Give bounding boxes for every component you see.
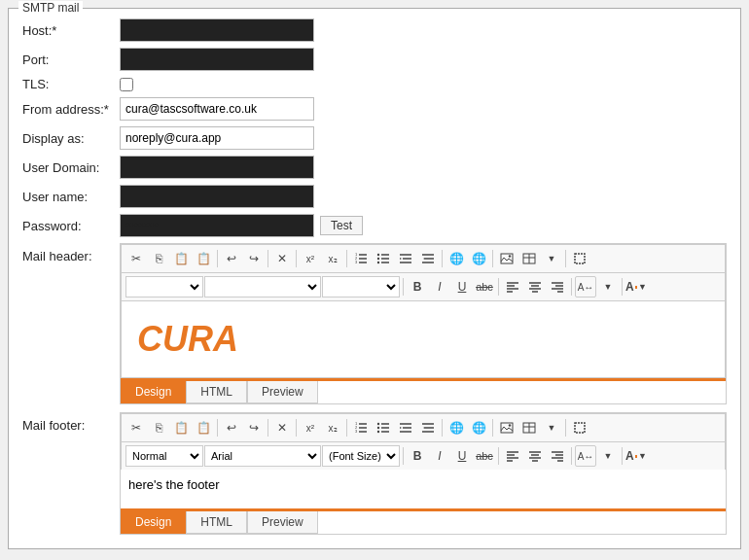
mail-footer-tab-html[interactable]: HTML [186, 511, 247, 534]
font-color-btn[interactable]: A ▼ [625, 276, 647, 298]
svg-point-47 [377, 423, 379, 425]
ul-btn[interactable] [373, 248, 394, 269]
image-btn[interactable] [496, 248, 517, 269]
port-label: Port: [22, 52, 120, 67]
footer-font-style-select[interactable]: Normal Heading 1 Heading 2 [125, 445, 203, 467]
underline-btn[interactable]: U [451, 276, 473, 298]
undo-btn[interactable]: ↩ [221, 248, 242, 269]
indent-btn[interactable] [395, 248, 416, 269]
footer-cut-btn[interactable]: ✂ [125, 417, 147, 438]
footer-copy-btn[interactable]: ⎘ [148, 417, 169, 438]
copy-btn[interactable]: ⎘ [148, 248, 169, 269]
footer-paste-btn[interactable]: 📋 [170, 417, 192, 438]
sep5 [442, 250, 443, 267]
redo-btn[interactable]: ↪ [243, 248, 265, 269]
display-as-input[interactable] [120, 126, 314, 150]
mail-footer-label: Mail footer: [22, 412, 120, 433]
user-domain-row: User Domain: [22, 156, 727, 179]
footer-font-size-select[interactable]: (Font Size) 8pt 10pt 12pt [322, 445, 400, 467]
tls-checkbox[interactable] [120, 78, 133, 91]
fsep10 [571, 447, 572, 465]
footer-table-dd-btn[interactable]: ▼ [541, 417, 562, 438]
sep9 [498, 278, 499, 296]
mail-header-row: Mail header: ✂ ⎘ 📋 📋 ↩ ↪ ✕ x² x₂ 123 [22, 243, 727, 404]
paste-special-btn[interactable]: 📋 [193, 248, 214, 269]
footer-frame-btn[interactable] [569, 417, 590, 438]
cut-btn[interactable]: ✂ [125, 248, 147, 269]
host-input[interactable] [120, 18, 314, 42]
user-domain-input[interactable] [120, 156, 314, 179]
footer-redo-btn[interactable]: ↪ [243, 417, 265, 438]
sep8 [403, 278, 404, 296]
link-btn[interactable]: 🌐 [446, 248, 467, 269]
footer-undo-btn[interactable]: ↩ [221, 417, 242, 438]
ol-btn[interactable]: 123 [350, 248, 372, 269]
footer-italic-btn[interactable]: I [429, 445, 450, 467]
footer-ol-btn[interactable]: 123 [350, 417, 372, 438]
footer-outdent-btn[interactable] [417, 417, 439, 438]
italic-btn[interactable]: I [429, 276, 450, 298]
sep7 [565, 250, 566, 267]
mail-footer-tab-preview[interactable]: Preview [247, 511, 318, 534]
header-font-style-select[interactable] [125, 276, 203, 298]
footer-font-color-btn[interactable]: A ▼ [625, 445, 647, 467]
strikethrough-btn[interactable]: abc [474, 276, 495, 298]
align-right-btn[interactable] [547, 276, 568, 298]
table-dd-btn[interactable]: ▼ [541, 248, 562, 269]
footer-link-btn[interactable]: 🌐 [446, 417, 467, 438]
port-input[interactable] [120, 48, 314, 71]
footer-paste-special-btn[interactable]: 📋 [193, 417, 214, 438]
footer-subscript-btn[interactable]: x₂ [322, 417, 343, 438]
align-center-btn[interactable] [524, 276, 546, 298]
mail-header-tabs: Design HTML Preview [121, 381, 726, 403]
footer-table-btn[interactable] [518, 417, 540, 438]
link2-btn[interactable]: 🌐 [468, 248, 489, 269]
mail-footer-row: Mail footer: ✂ ⎘ 📋 📋 ↩ ↪ ✕ x² x₂ 123 [22, 412, 727, 535]
mail-footer-body[interactable]: here's the footer [121, 470, 726, 508]
table-btn[interactable] [518, 248, 540, 269]
footer-link2-btn[interactable]: 🌐 [468, 417, 489, 438]
rtl-dd-btn[interactable]: ▼ [597, 276, 619, 298]
footer-align-center-btn[interactable] [524, 445, 546, 467]
fsep5 [442, 419, 443, 437]
mail-header-tab-html[interactable]: HTML [186, 381, 247, 403]
footer-align-right-btn[interactable] [547, 445, 568, 467]
svg-point-49 [377, 431, 379, 433]
user-name-input[interactable] [120, 185, 314, 208]
mail-header-tab-design[interactable]: Design [121, 381, 186, 403]
footer-image-btn[interactable] [496, 417, 517, 438]
footer-superscript-btn[interactable]: x² [300, 417, 321, 438]
test-button[interactable]: Test [320, 216, 363, 235]
mail-footer-tab-design[interactable]: Design [121, 511, 186, 534]
footer-font-family-select[interactable]: Arial Times New Roman [204, 445, 321, 467]
footer-bold-btn[interactable]: B [407, 445, 428, 467]
mail-header-body[interactable]: CURA [121, 300, 726, 378]
frame-btn[interactable] [569, 248, 590, 269]
subscript-btn[interactable]: x₂ [322, 248, 343, 269]
superscript-btn[interactable]: x² [300, 248, 321, 269]
outdent-btn[interactable] [417, 248, 439, 269]
display-as-row: Display as: [22, 126, 727, 150]
footer-strikethrough-btn[interactable]: abc [474, 445, 495, 467]
footer-rtl-btn[interactable]: A↔ [575, 445, 596, 467]
footer-indent-btn[interactable] [395, 417, 416, 438]
sep3 [296, 250, 297, 267]
clear-btn[interactable]: ✕ [271, 248, 293, 269]
align-left-btn[interactable] [502, 276, 523, 298]
header-font-family-select[interactable] [204, 276, 321, 298]
from-address-input[interactable] [120, 97, 314, 121]
footer-ul-btn[interactable] [373, 417, 394, 438]
header-font-size-select[interactable] [322, 276, 400, 298]
sep2 [268, 250, 268, 267]
rtl-btn[interactable]: A↔ [575, 276, 596, 298]
mail-footer-editor: ✂ ⎘ 📋 📋 ↩ ↪ ✕ x² x₂ 123 [120, 412, 727, 535]
footer-clear-btn[interactable]: ✕ [271, 417, 293, 438]
footer-align-left-btn[interactable] [502, 445, 523, 467]
mail-footer-toolbar1: ✂ ⎘ 📋 📋 ↩ ↪ ✕ x² x₂ 123 [121, 413, 726, 441]
footer-underline-btn[interactable]: U [451, 445, 473, 467]
footer-rtl-dd-btn[interactable]: ▼ [597, 445, 619, 467]
mail-header-tab-preview[interactable]: Preview [247, 381, 318, 403]
bold-btn[interactable]: B [407, 276, 428, 298]
paste-btn[interactable]: 📋 [170, 248, 192, 269]
password-input[interactable] [120, 214, 314, 237]
